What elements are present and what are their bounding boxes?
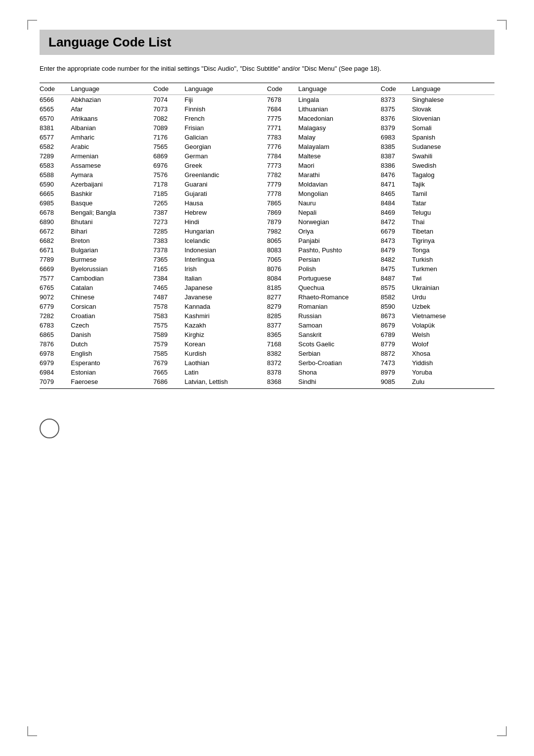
cell-language: Scots Gaelic [298,339,381,349]
cell-code: 7185 [153,189,184,198]
cell-code: 6779 [40,302,71,311]
cell-code: 7771 [267,123,298,133]
cell-code: 8469 [381,208,412,217]
cell-language: Afar [71,104,153,114]
cell-code: 8679 [381,321,412,330]
cell-language: Samoan [298,321,381,330]
cell-code: 8083 [267,245,298,255]
table-row: 6678Bengali; Bangla7387Hebrew7869Nepali8… [40,208,494,217]
cell-code: 8484 [381,198,412,208]
cell-code: 6789 [381,330,412,339]
cell-code: 7289 [40,151,71,161]
cell-code: 6582 [40,142,71,151]
cell-code: 6979 [40,358,71,368]
cell-code: 8779 [381,339,412,349]
cell-language: Somali [412,123,494,133]
cell-language: Mongolian [298,189,381,198]
cell-language: Icelandic [184,236,267,245]
cell-language: Bashkir [71,189,153,198]
cell-language: Sindhi [298,377,381,389]
circle-icon [40,419,59,438]
cell-code: 8368 [267,377,298,389]
cell-language: Persian [298,255,381,264]
header-row: Code Language Code Language Code Languag… [40,83,494,94]
cell-language: Singhalese [412,94,494,104]
cell-language: Kurdish [184,349,267,358]
cell-code: 6665 [40,189,71,198]
table-row: 6672Bihari7285Hungarian7982Oriya6679Tibe… [40,227,494,236]
cell-language: Spanish [412,133,494,142]
cell-code: 6669 [40,264,71,274]
cell-language: Portuguese [298,274,381,283]
cell-code: 6978 [40,349,71,358]
cell-code: 8379 [381,123,412,133]
cell-language: Basque [71,198,153,208]
cell-code: 8065 [267,236,298,245]
cell-language: Czech [71,321,153,330]
cell-language: Corsican [71,302,153,311]
cell-code: 6682 [40,236,71,245]
cell-language: Breton [71,236,153,245]
cell-language: Interlingua [184,255,267,264]
cell-language: Swedish [412,161,494,170]
cell-code: 7365 [153,255,184,264]
cell-code: 7576 [153,170,184,180]
cell-language: Greenlandic [184,170,267,180]
table-row: 6865Danish7589Kirghiz8365Sanskrit6789Wel… [40,330,494,339]
table-row: 8381Albanian7089Frisian7771Malagasy8379S… [40,123,494,133]
cell-code: 7789 [40,255,71,264]
table-row: 6671Bulgarian7378Indonesian8083Pashto, P… [40,245,494,255]
cell-language: Estonian [71,368,153,377]
cell-language: Korean [184,339,267,349]
cell-language: Volapük [412,321,494,330]
cell-code: 7779 [267,180,298,189]
cell-code: 8673 [381,311,412,321]
page-description: Enter the appropriate code number for th… [40,64,494,74]
cell-code: 7378 [153,245,184,255]
cell-code: 6869 [153,151,184,161]
cell-code: 8590 [381,302,412,311]
header-lang-3: Language [298,83,381,94]
cell-code: 6577 [40,133,71,142]
cell-language: Tonga [412,245,494,255]
cell-code: 6890 [40,217,71,227]
cell-language: Hungarian [184,227,267,236]
cell-language: Slovenian [412,114,494,123]
cell-language: Sudanese [412,142,494,151]
cell-code: 7285 [153,227,184,236]
cell-language: Croatian [71,311,153,321]
cell-language: Japanese [184,283,267,292]
cell-language: Laothian [184,358,267,368]
cell-code: 8372 [267,358,298,368]
cell-code: 8277 [267,292,298,302]
cell-language: Tagalog [412,170,494,180]
cell-language: Irish [184,264,267,274]
cell-language: Russian [298,311,381,321]
cell-code: 7577 [40,274,71,283]
cell-code: 7778 [267,189,298,198]
cell-code: 8487 [381,274,412,283]
cell-code: 7487 [153,292,184,302]
cell-code: 8473 [381,236,412,245]
cell-code: 7783 [267,133,298,142]
table-row: 7289Armenian6869German7784Maltese8387Swa… [40,151,494,161]
cell-language: Cambodian [71,274,153,283]
cell-code: 6590 [40,180,71,189]
cell-code: 7074 [153,94,184,104]
cell-language: Telugu [412,208,494,217]
cell-code: 7583 [153,311,184,321]
table-row: 6765Catalan7465Japanese8185Quechua8575Uk… [40,283,494,292]
cell-code: 7089 [153,123,184,133]
bottom-mark [40,419,494,438]
cell-language: Pashto, Pushto [298,245,381,255]
cell-code: 6566 [40,94,71,104]
cell-language: Malay [298,133,381,142]
cell-language: Burmese [71,255,153,264]
cell-code: 8575 [381,283,412,292]
corner-mark-bl [27,726,37,736]
cell-language: Javanese [184,292,267,302]
cell-code: 8185 [267,283,298,292]
cell-language: Tamil [412,189,494,198]
table-row: 6890Bhutani7273Hindi7879Norwegian8472Tha… [40,217,494,227]
cell-code: 7869 [267,208,298,217]
